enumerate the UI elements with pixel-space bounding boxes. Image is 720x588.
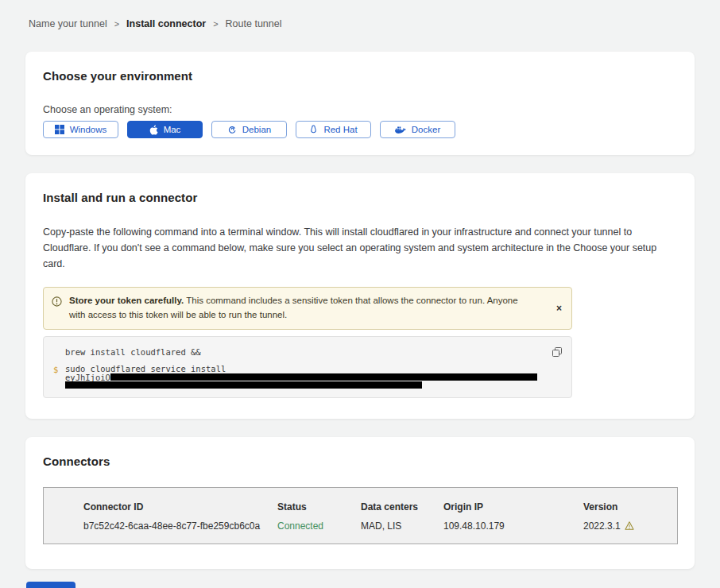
os-button-mac[interactable]: Mac <box>127 121 203 138</box>
os-button-label: Red Hat <box>323 125 357 134</box>
header-status: Status <box>277 501 361 513</box>
os-button-label: Debian <box>242 125 271 134</box>
code-line-sudo: sudo cloudflared service install <box>65 365 562 373</box>
redhat-icon <box>309 125 318 135</box>
install-connector-card: Install and run a connector Copy-paste t… <box>25 173 695 419</box>
os-button-debian[interactable]: Debian <box>211 121 287 138</box>
next-button[interactable]: Next <box>26 582 75 588</box>
environment-card-title: Choose your environment <box>43 69 677 83</box>
shell-prompt: $ <box>53 365 65 389</box>
redacted-token-bar <box>65 381 422 389</box>
warning-title: Store your token carefully. <box>69 296 184 305</box>
table-header-row: Connector ID Status Data centers Origin … <box>83 501 669 513</box>
install-command-code-block: brew install cloudflared && $ sudo cloud… <box>43 336 572 398</box>
breadcrumb-route-tunnel[interactable]: Route tunnel <box>226 18 282 29</box>
code-line-brew: brew install cloudflared && <box>65 347 562 357</box>
breadcrumb-separator: > <box>114 19 119 29</box>
connectors-card-title: Connectors <box>43 455 677 468</box>
warning-triangle-icon <box>625 521 634 530</box>
install-card-title: Install and run a connector <box>43 191 677 204</box>
breadcrumb: Name your tunnel > Install connector > R… <box>0 0 720 29</box>
version-cell: 2022.3.1 <box>583 520 669 532</box>
os-button-group: Windows Mac Debian Red Hat Docker <box>43 121 677 138</box>
install-description: Copy-paste the following command into a … <box>43 224 674 272</box>
breadcrumb-name-your-tunnel[interactable]: Name your tunnel <box>29 18 107 29</box>
warning-text: Store your token carefully. This command… <box>69 294 548 323</box>
os-button-label: Mac <box>164 125 181 134</box>
windows-icon <box>55 125 64 134</box>
os-button-windows[interactable]: Windows <box>43 121 118 138</box>
origin-ip-value: 109.48.10.179 <box>443 520 583 532</box>
close-icon[interactable]: × <box>555 303 563 314</box>
header-connector-id: Connector ID <box>83 501 277 513</box>
alert-circle-icon <box>52 296 62 311</box>
redacted-token-bar <box>110 373 537 381</box>
token-line-2 <box>65 381 562 389</box>
copy-icon[interactable] <box>551 346 563 361</box>
table-row: b7c52c42-6caa-48ee-8c77-fbe259cb6c0a Con… <box>83 520 669 532</box>
header-version: Version <box>583 501 669 513</box>
version-value: 2022.3.1 <box>583 520 621 532</box>
os-button-label: Windows <box>70 125 107 134</box>
os-select-label: Choose an operating system: <box>43 104 677 115</box>
header-origin-ip: Origin IP <box>443 501 583 513</box>
header-data-centers: Data centers <box>361 501 443 513</box>
apple-icon <box>149 125 158 135</box>
status-badge: Connected <box>277 520 361 532</box>
os-button-label: Docker <box>412 125 440 134</box>
environment-card: Choose your environment Choose an operat… <box>25 52 695 155</box>
docker-icon <box>395 126 406 134</box>
os-button-redhat[interactable]: Red Hat <box>296 121 371 138</box>
token-warning-banner: Store your token carefully. This command… <box>43 287 572 330</box>
connectors-table: Connector ID Status Data centers Origin … <box>43 487 678 544</box>
connectors-card: Connectors Connector ID Status Data cent… <box>25 437 695 569</box>
connector-id-value: b7c52c42-6caa-48ee-8c77-fbe259cb6c0a <box>83 520 277 532</box>
token-line-1: eyJhIjoiO <box>65 373 562 381</box>
data-centers-value: MAD, LIS <box>361 520 443 532</box>
os-button-docker[interactable]: Docker <box>380 121 455 138</box>
breadcrumb-separator: > <box>213 19 218 29</box>
breadcrumb-install-connector[interactable]: Install connector <box>126 18 206 29</box>
debian-icon <box>227 125 237 134</box>
